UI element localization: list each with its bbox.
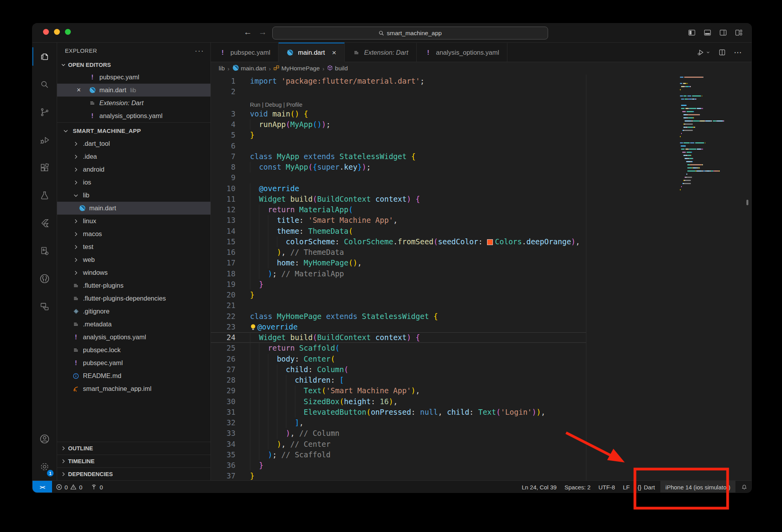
- tree-item--gitignore[interactable]: .gitignore: [57, 305, 210, 318]
- lightbulb-icon[interactable]: [250, 323, 257, 333]
- code-line[interactable]: 33 ), // Column: [211, 428, 751, 439]
- toggle-secondary-sidebar-icon[interactable]: [719, 29, 727, 37]
- breadcrumb-item-main-dart[interactable]: main.dart: [232, 64, 266, 73]
- close-window-button[interactable]: [43, 29, 49, 35]
- codelens-run-debug-profile[interactable]: Run | Debug | Profile: [211, 97, 751, 109]
- eol-indicator[interactable]: LF: [619, 481, 634, 493]
- code-line[interactable]: 17 home: MyHomePage(),: [211, 258, 751, 268]
- code-line[interactable]: 30 SizedBox(height: 16),: [211, 396, 751, 407]
- code-line[interactable]: 22class MyHomePage extends StatelessWidg…: [211, 311, 751, 322]
- line-col-indicator[interactable]: Ln 24, Col 39: [518, 481, 561, 493]
- run-or-debug-button[interactable]: [697, 48, 710, 56]
- split-editor-icon[interactable]: [718, 48, 726, 56]
- activity-item-project-manager[interactable]: [32, 237, 57, 265]
- tab-pubspec-yaml[interactable]: !pubspec.yaml: [211, 43, 279, 62]
- activity-item-remote-explorer[interactable]: [32, 292, 57, 320]
- code-line[interactable]: 20}: [211, 290, 751, 300]
- tree-item-main-dart[interactable]: main.dart: [57, 202, 210, 215]
- tree-item--flutter-plugins-dependencies[interactable]: .flutter-plugins-dependencies: [57, 292, 210, 305]
- tree-item-ios[interactable]: ios: [57, 176, 210, 189]
- code-line[interactable]: 23@override: [211, 322, 751, 332]
- customize-layout-icon[interactable]: [735, 29, 743, 37]
- open-editors-section-header[interactable]: OPEN EDITORS: [57, 59, 210, 71]
- code-line[interactable]: 5}: [211, 130, 751, 140]
- open-editor-item[interactable]: !analysis_options.yaml: [57, 109, 210, 122]
- activity-item-github[interactable]: [32, 265, 57, 292]
- code-line[interactable]: 12 return MaterialApp(: [211, 204, 751, 215]
- code-line[interactable]: 18 ); // MaterialApp: [211, 269, 751, 279]
- code-line[interactable]: 25 return Scaffold(: [211, 343, 751, 353]
- toggle-panel-icon[interactable]: [703, 29, 712, 37]
- sidebar-section-dependencies[interactable]: DEPENDENCIES: [57, 468, 210, 480]
- scrollbar-marker[interactable]: [746, 200, 748, 205]
- encoding-indicator[interactable]: UTF-8: [595, 481, 619, 493]
- back-icon[interactable]: ←: [244, 27, 252, 37]
- code-line[interactable]: 3void main() {: [211, 109, 751, 119]
- sidebar-section-outline[interactable]: OUTLINE: [57, 442, 210, 455]
- breadcrumb-item-lib[interactable]: lib: [219, 65, 225, 72]
- code-line[interactable]: 8 const MyApp({super.key});: [211, 162, 751, 172]
- code-line[interactable]: 34 ), // Center: [211, 439, 751, 450]
- code-line[interactable]: 28 children: [: [211, 375, 751, 385]
- code-line[interactable]: 21: [211, 300, 751, 311]
- close-icon[interactable]: ×: [77, 86, 81, 94]
- breadcrumb-item-build[interactable]: build: [327, 65, 348, 72]
- tree-item-lib[interactable]: lib: [57, 189, 210, 202]
- tree-item-pubspec-yaml[interactable]: !pubspec.yaml: [57, 356, 210, 369]
- remote-indicator[interactable]: ><: [32, 481, 52, 493]
- minimize-window-button[interactable]: [54, 29, 60, 35]
- device-selector[interactable]: iPhone 14 (ios simulator): [660, 481, 735, 493]
- explorer-more-actions-icon[interactable]: ···: [195, 47, 204, 55]
- code-line[interactable]: 32 ],: [211, 417, 751, 428]
- activity-item-explorer[interactable]: [32, 43, 57, 70]
- code-line[interactable]: 10 @override: [211, 183, 751, 194]
- tree-item-analysis-options-yaml[interactable]: !analysis_options.yaml: [57, 331, 210, 344]
- tree-item--idea[interactable]: .idea: [57, 150, 210, 163]
- code-line[interactable]: 31 ElevatedButton(onPressed: null, child…: [211, 407, 751, 417]
- code-line[interactable]: 13 title: 'Smart Machine App',: [211, 215, 751, 226]
- code-line[interactable]: 2: [211, 86, 751, 97]
- tree-item--metadata[interactable]: .metadata: [57, 318, 210, 331]
- code-line[interactable]: 1import 'package:flutter/material.dart';: [211, 76, 751, 86]
- code-line[interactable]: 26 body: Center(: [211, 354, 751, 364]
- forward-icon[interactable]: →: [259, 27, 267, 37]
- code-line[interactable]: 9: [211, 172, 751, 183]
- activity-item-run-debug[interactable]: [32, 126, 57, 154]
- activity-item-extensions[interactable]: [32, 154, 57, 181]
- code-line[interactable]: 29 Text('Smart Machine App'),: [211, 385, 751, 396]
- tree-item-readme-md[interactable]: README.md: [57, 369, 210, 382]
- indentation-indicator[interactable]: Spaces: 2: [561, 481, 595, 493]
- notifications-bell[interactable]: [737, 481, 751, 493]
- activity-item-search[interactable]: [32, 70, 57, 98]
- tree-item-macos[interactable]: macos: [57, 227, 210, 240]
- more-actions-icon[interactable]: ⋯: [734, 48, 742, 57]
- toggle-primary-sidebar-icon[interactable]: [688, 29, 696, 37]
- ports-status[interactable]: 0: [86, 481, 107, 493]
- sidebar-section-timeline[interactable]: TIMELINE: [57, 455, 210, 468]
- code-line[interactable]: 19 }: [211, 279, 751, 290]
- breadcrumb-item-myhomepage[interactable]: MyHomePage: [273, 65, 320, 72]
- code-line[interactable]: 16 ), // ThemeData: [211, 247, 751, 258]
- activity-item-testing[interactable]: [32, 181, 57, 209]
- tab-extension-dart[interactable]: Extension: Dart: [345, 43, 417, 62]
- tab-main-dart[interactable]: main.dart×: [279, 43, 345, 62]
- code-line[interactable]: 37}: [211, 471, 751, 480]
- minimap[interactable]: [680, 75, 728, 194]
- open-editor-item[interactable]: !pubspec.yaml: [57, 71, 210, 84]
- code-line[interactable]: 11 Widget build(BuildContext context) {: [211, 194, 751, 204]
- code-line[interactable]: 4 runApp(MyApp());: [211, 119, 751, 130]
- maximize-window-button[interactable]: [65, 29, 71, 35]
- tree-item-test[interactable]: test: [57, 240, 210, 253]
- code-line[interactable]: 14 theme: ThemeData(: [211, 226, 751, 236]
- problems-status[interactable]: 0 0: [52, 481, 86, 493]
- tree-item-smart-machine-app-iml[interactable]: smart_machine_app.iml: [57, 382, 210, 395]
- tree-item--flutter-plugins[interactable]: .flutter-plugins: [57, 279, 210, 292]
- code-line[interactable]: 24 Widget build(BuildContext context) {: [211, 332, 751, 343]
- activity-item-accounts[interactable]: [32, 425, 57, 453]
- tree-item-android[interactable]: android: [57, 163, 210, 176]
- activity-item-settings[interactable]: 1: [32, 453, 57, 480]
- activity-item-source-control[interactable]: [32, 98, 57, 126]
- code-line[interactable]: 35 ); // Scaffold: [211, 450, 751, 460]
- code-line[interactable]: 27 child: Column(: [211, 364, 751, 375]
- code-line[interactable]: 15 colorScheme: ColorScheme.fromSeed(see…: [211, 236, 751, 247]
